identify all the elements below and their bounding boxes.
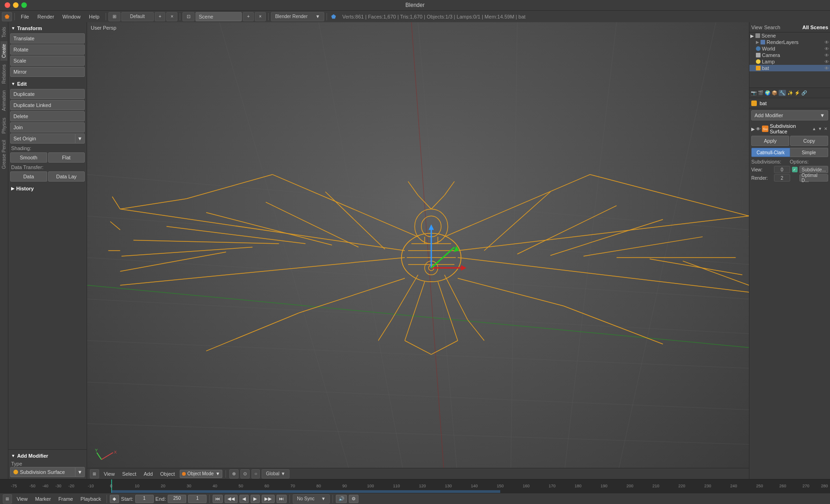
tab-create[interactable]: Create [0, 41, 7, 61]
prop-render-icon[interactable]: 📷 [751, 90, 756, 95]
view-menu[interactable]: View [101, 470, 118, 478]
menu-help[interactable]: Help [85, 12, 103, 21]
mirror-btn[interactable]: Mirror [10, 67, 85, 77]
audio-btn[interactable]: 🔊 [336, 495, 347, 503]
prop-physics-icon[interactable]: ⚡ [794, 90, 800, 95]
scene-remove[interactable]: × [255, 12, 266, 21]
add-modifier-btn[interactable]: Add Modifier ▼ [751, 110, 828, 120]
scene-input[interactable] [195, 12, 242, 21]
jump-to-end-btn[interactable]: ⏭ [277, 495, 287, 503]
menu-render[interactable]: Render [34, 12, 58, 21]
apply-btn[interactable]: Apply [751, 136, 789, 146]
subdivision-dropdown[interactable]: ▼ [75, 467, 85, 477]
eye-icon5[interactable]: 👁 [824, 66, 829, 71]
frame-menu[interactable]: Frame [56, 495, 76, 503]
outliner-search-btn[interactable]: Search [764, 25, 780, 30]
mod-up-icon[interactable]: ▲ [811, 126, 817, 132]
fullscreen-button[interactable] [21, 2, 27, 8]
prop-world-icon[interactable]: 🌍 [765, 90, 770, 95]
prop-modifier-icon[interactable]: 🔧 [779, 90, 786, 96]
eye-icon[interactable]: 👁 [824, 40, 829, 45]
viewport-icon[interactable]: ⊡ [182, 12, 195, 21]
global-select[interactable]: Global ▼ [262, 469, 289, 479]
viewport[interactable]: User Persp [87, 22, 749, 479]
scene-add[interactable]: + [243, 12, 254, 21]
join-btn[interactable]: Join [10, 122, 85, 132]
duplicate-linked-btn[interactable]: Duplicate Linked [10, 100, 85, 110]
outliner-world[interactable]: World 👁 [749, 45, 830, 52]
duplicate-btn[interactable]: Duplicate [10, 89, 85, 99]
playback-menu[interactable]: Playback [78, 495, 104, 503]
orient-icon[interactable]: ⊙ [240, 469, 250, 479]
eye-icon2[interactable]: 👁 [824, 46, 829, 51]
data-btn[interactable]: Data [10, 171, 47, 182]
add-menu[interactable]: Add [141, 470, 156, 478]
delete-btn[interactable]: Delete [10, 111, 85, 121]
render-value-input[interactable]: 2 [774, 174, 790, 182]
step-fwd-btn[interactable]: ▶▶ [262, 495, 275, 503]
scale-btn[interactable]: Scale [10, 56, 85, 66]
outliner-camera[interactable]: Camera 👁 [749, 52, 830, 58]
subdivide-opt[interactable]: Subdivide... [799, 166, 828, 173]
catmull-clark-btn[interactable]: Catmull-Clark [751, 148, 790, 157]
subdivision-surface-btn[interactable]: Subdivision Surface [10, 467, 75, 477]
eye-icon4[interactable]: 👁 [824, 59, 829, 64]
mod-down-icon[interactable]: ▼ [817, 126, 823, 132]
keyframe-toggle[interactable]: ◆ [110, 495, 119, 503]
tab-relations[interactable]: Relations [0, 62, 7, 87]
flat-btn[interactable]: Flat [48, 152, 85, 163]
layout-grid-btn[interactable]: ⊞ [108, 12, 120, 21]
menu-file[interactable]: File [17, 12, 33, 21]
simple-btn[interactable]: Simple [790, 148, 829, 157]
data-lay-btn[interactable]: Data Lay [48, 171, 85, 182]
outliner-renderlayers[interactable]: ▶ RenderLayers 👁 [749, 39, 830, 45]
optimal-opt[interactable]: Optimal D... [799, 174, 828, 182]
jump-to-start-btn[interactable]: ⏮ [213, 495, 223, 503]
set-origin-btn[interactable]: Set Origin [10, 133, 75, 144]
viewport-icon-btn[interactable]: ⊞ [90, 469, 99, 479]
layout-name[interactable]: Default [121, 12, 154, 21]
copy-btn[interactable]: Copy [790, 136, 828, 146]
mod-vis-2[interactable]: 👁 [756, 126, 761, 132]
view-value-input[interactable]: 0 [774, 166, 790, 173]
object-mode-select[interactable]: Object Mode ▼ [180, 470, 223, 478]
object-menu[interactable]: Object [157, 470, 178, 478]
outliner-view-btn[interactable]: View [751, 25, 762, 30]
eye-icon3[interactable]: 👁 [824, 53, 829, 58]
end-input[interactable]: 250 [168, 495, 186, 503]
tab-grease-pencil[interactable]: Grease Pencil [0, 137, 7, 172]
start-input[interactable]: 1 [135, 495, 154, 503]
settings-btn[interactable]: ⚙ [349, 495, 358, 503]
tab-physics[interactable]: Physics [0, 115, 7, 136]
smooth-btn[interactable]: Smooth [10, 152, 47, 163]
outliner-bat[interactable]: bat 👁 [749, 65, 830, 71]
translate-btn[interactable]: Translate [10, 33, 85, 44]
set-origin-dropdown[interactable]: ▼ [75, 133, 85, 144]
tab-tools[interactable]: Tools [0, 24, 7, 40]
outliner-lamp[interactable]: Lamp 👁 [749, 58, 830, 65]
prop-object-icon[interactable]: 📦 [772, 90, 777, 95]
layout-remove[interactable]: × [166, 12, 177, 21]
history-section[interactable]: ▶ ▶ History History [10, 184, 85, 193]
play-btn[interactable]: ▶ [251, 495, 260, 503]
view-timeline-menu[interactable]: View [14, 495, 31, 503]
select-menu[interactable]: Select [119, 470, 139, 478]
sync-select[interactable]: No Sync ▼ [293, 494, 330, 504]
prop-scene-icon[interactable]: 🎬 [758, 90, 763, 95]
blender-icon-btn[interactable]: ⬟ [2, 12, 12, 21]
tab-animation[interactable]: Animation [0, 88, 7, 113]
step-back-btn[interactable]: ◀◀ [225, 495, 238, 503]
rotate-btn[interactable]: Rotate [10, 44, 85, 55]
prop-particles-icon[interactable]: ✨ [787, 90, 793, 95]
play-back-btn[interactable]: ◀ [239, 495, 249, 503]
prop-edit-icon[interactable]: ○ [252, 469, 260, 479]
prop-constraints-icon[interactable]: 🔗 [801, 90, 807, 95]
outliner-scene[interactable]: ▶ Scene [749, 32, 830, 39]
timeline-mode-btn[interactable]: ⊞ [3, 494, 12, 504]
engine-select[interactable]: Blender Render ▼ [271, 12, 324, 21]
mod-x-icon[interactable]: ✕ [824, 126, 828, 132]
snap-icon[interactable]: ⊕ [229, 469, 239, 479]
subdivide-check[interactable]: ✓ [792, 167, 798, 172]
close-button[interactable] [5, 2, 10, 8]
minimize-button[interactable] [13, 2, 19, 8]
